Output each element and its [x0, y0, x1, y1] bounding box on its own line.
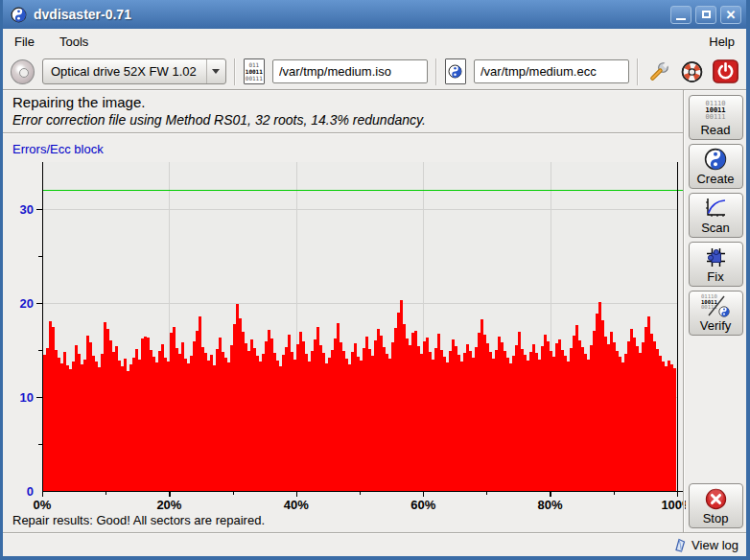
binary-row: 00111 [246, 75, 263, 82]
app-logo-icon [11, 7, 27, 23]
title-bar: dvdisaster-0.71 ✕ [3, 0, 746, 29]
read-button-label: Read [700, 123, 730, 137]
create-button[interactable]: Create [689, 144, 743, 189]
binary-row: 10011 [246, 68, 263, 75]
toolbar: Optical drive 52X FW 1.02 011 10011 0011… [3, 54, 746, 90]
stop-button[interactable]: Stop [689, 483, 743, 528]
chart-title: Errors/Ecc block [12, 142, 683, 156]
log-page-icon [672, 537, 688, 552]
app-window: dvdisaster-0.71 ✕ File Tools Help Optica… [0, 0, 750, 560]
minimize-icon [676, 18, 686, 20]
errors-chart: 01020300%20%40%60%80%100% [3, 156, 686, 513]
svg-text:60%: 60% [410, 498, 435, 512]
verify-button-label: Verify [700, 318, 732, 333]
read-button[interactable]: 011101001100111 Read [689, 95, 743, 140]
minimize-button[interactable] [670, 6, 691, 24]
svg-text:20%: 20% [156, 498, 181, 512]
chevron-down-icon [206, 59, 225, 83]
toolbar-separator [435, 58, 437, 85]
view-log-link[interactable]: View log [691, 538, 738, 552]
svg-text:80%: 80% [538, 498, 563, 512]
toolbar-separator [637, 58, 639, 85]
repair-result-text: Repair results: Good! All sectors are re… [12, 513, 683, 527]
ecc-file-icon [445, 58, 466, 84]
svg-text:10: 10 [20, 390, 34, 405]
status-area: Repairing the image. Error correction fi… [3, 90, 683, 132]
fix-button-label: Fix [707, 269, 723, 284]
menu-help[interactable]: Help [707, 33, 737, 51]
wrench-icon [646, 59, 671, 84]
main-area: Repairing the image. Error correction fi… [3, 90, 746, 532]
preferences-button[interactable] [646, 59, 671, 84]
scan-button-label: Scan [701, 221, 730, 235]
yinyang-icon [704, 148, 727, 171]
verify-icon: 011101001100111 [701, 294, 730, 317]
power-icon [713, 59, 738, 83]
svg-text:30: 30 [20, 202, 34, 217]
help-button[interactable] [679, 59, 705, 84]
maximize-button[interactable] [695, 6, 716, 24]
svg-text:40%: 40% [284, 498, 309, 512]
verify-button[interactable]: 011101001100111 Verify [689, 291, 743, 336]
binary-icon: 011101001100111 [705, 99, 725, 122]
binary-row: 011 [248, 61, 259, 68]
content-column: Repairing the image. Error correction fi… [3, 90, 683, 532]
close-icon: ✕ [726, 9, 737, 21]
optical-disc-icon [11, 59, 35, 84]
footer-bar: View log [3, 532, 746, 556]
drive-selector[interactable]: Optical drive 52X FW 1.02 [42, 58, 226, 84]
puzzle-icon [705, 245, 727, 268]
svg-text:20: 20 [20, 296, 34, 311]
scan-button[interactable]: Scan [689, 193, 743, 238]
status-headline: Repairing the image. [12, 94, 673, 110]
menu-bar: File Tools Help [3, 29, 746, 54]
fix-button[interactable]: Fix [689, 242, 743, 287]
separator [3, 132, 683, 134]
quit-button[interactable] [713, 59, 738, 83]
stop-icon [705, 487, 727, 510]
menu-file[interactable]: File [12, 33, 36, 51]
toolbar-separator [234, 58, 236, 85]
create-button-label: Create [696, 172, 734, 186]
iso-file-icon: 011 10011 00111 [244, 58, 265, 84]
svg-text:0%: 0% [34, 498, 52, 512]
menu-tools[interactable]: Tools [58, 33, 90, 51]
window-title: dvdisaster-0.71 [34, 7, 131, 22]
iso-path-input[interactable] [272, 59, 428, 83]
action-sidebar: 011101001100111 Read Create Scan [685, 90, 746, 532]
status-detail: Error correction file using Method RS01,… [12, 112, 673, 128]
maximize-icon [702, 11, 711, 18]
ecc-path-input[interactable] [474, 59, 629, 83]
drive-selector-value: Optical drive 52X FW 1.02 [43, 64, 206, 79]
curve-chart-icon [704, 197, 727, 220]
lifebelt-icon [679, 59, 705, 84]
close-button[interactable]: ✕ [720, 6, 741, 24]
stop-button-label: Stop [703, 511, 729, 525]
svg-text:0: 0 [27, 484, 34, 499]
